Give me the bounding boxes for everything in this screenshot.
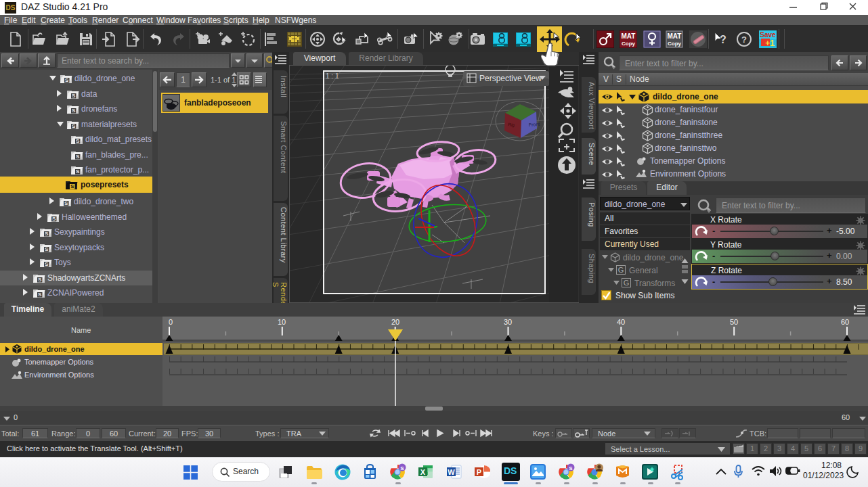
svg-text:S: S	[45, 231, 49, 237]
svg-text:S: S	[400, 465, 404, 471]
svg-text:0: 0	[169, 318, 173, 326]
svg-text:40: 40	[617, 318, 625, 326]
svg-text:X: X	[420, 468, 426, 476]
svg-text:S: S	[38, 292, 42, 298]
svg-text:+1: +1	[765, 39, 775, 48]
svg-text:S: S	[76, 168, 80, 175]
svg-text:S: S	[76, 154, 80, 160]
svg-text:10: 10	[278, 318, 286, 326]
svg-text:S: S	[72, 108, 76, 114]
svg-text:S: S	[70, 183, 74, 189]
svg-text:MAT: MAT	[668, 32, 682, 40]
svg-text:Save: Save	[760, 31, 776, 39]
svg-text:S: S	[45, 261, 49, 267]
svg-text:S: S	[65, 77, 69, 83]
svg-text:S: S	[52, 216, 56, 222]
svg-text:S: S	[38, 277, 42, 283]
svg-text:Copy: Copy	[622, 41, 636, 47]
svg-text:W: W	[448, 468, 455, 476]
svg-text:20: 20	[391, 318, 399, 326]
svg-text:S: S	[76, 138, 80, 144]
svg-text:?: ?	[741, 34, 747, 45]
svg-text:S: S	[72, 123, 76, 129]
svg-text:Perspective View: Perspective View	[479, 74, 542, 83]
svg-text:?: ?	[720, 34, 726, 45]
svg-text:S: S	[45, 246, 49, 252]
svg-text:Front: Front	[529, 122, 540, 127]
svg-text:1 : 1: 1 : 1	[326, 72, 339, 80]
svg-text:S: S	[569, 465, 573, 471]
svg-text:30: 30	[504, 318, 512, 326]
svg-text:P: P	[477, 468, 481, 476]
svg-text:50: 50	[730, 318, 738, 326]
svg-text:Copy: Copy	[668, 41, 682, 47]
svg-text:60: 60	[841, 318, 849, 326]
svg-text:S: S	[64, 200, 68, 206]
svg-text:MAT: MAT	[622, 32, 636, 40]
svg-text:S: S	[72, 93, 76, 99]
